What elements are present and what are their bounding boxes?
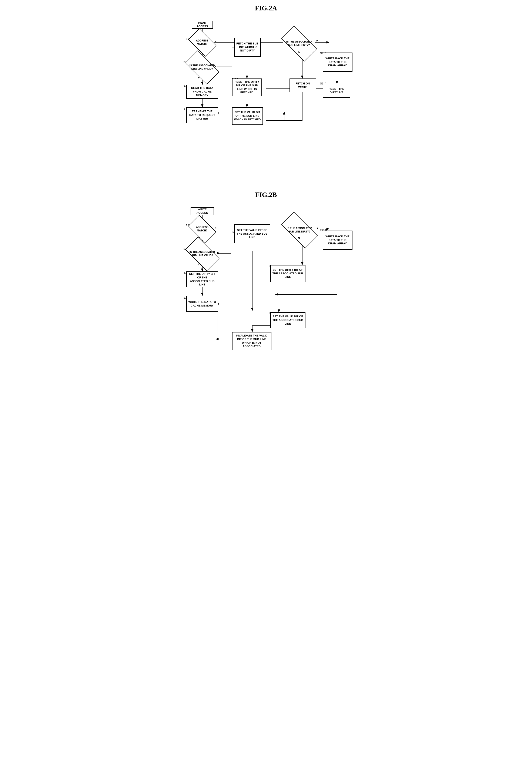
read-access-box: READ ACCESS — [192, 21, 213, 29]
s111-box: RESET THE DIRTY BIT — [323, 84, 350, 98]
s201-n-label: N — [215, 226, 217, 230]
s206-y-label: Y — [317, 226, 319, 230]
fig2b-title: FIG.2B — [175, 191, 358, 199]
s210-box: INVALIDATE THE VALID BIT OF THE SUB LINE… — [232, 332, 271, 350]
svg-marker-18 — [246, 76, 248, 78]
svg-marker-20 — [246, 104, 248, 107]
s102-diamond: IS THE ASSOCIATED SUB LINE VALID? — [187, 59, 217, 76]
svg-marker-37 — [201, 269, 203, 271]
s104-box: TRANSMIT THE DATA TO REQUEST MASTER — [186, 107, 218, 123]
svg-marker-39 — [201, 293, 203, 296]
svg-marker-52 — [275, 293, 278, 295]
s108-y-label: Y — [316, 40, 318, 43]
s102-y-label: Y — [198, 76, 200, 80]
svg-marker-11 — [327, 41, 329, 43]
write-access-box: WRITE ACCESS — [191, 207, 214, 215]
svg-marker-15 — [301, 76, 303, 78]
s109-box: FETCH ON WRITE — [290, 78, 316, 92]
s206-diamond: IS THE ASSOCIATED SUB LINE DIRTY? — [283, 222, 316, 239]
s206-n-label: N — [298, 237, 300, 240]
s105-box: FETCH THE SUB LINE WHICH IS NOT DIRTY — [234, 38, 261, 57]
fig2b-flowchart: WRITE ACCESS S201 ADDRESS MATCH? Y N S20… — [175, 203, 358, 369]
s103-box: READ THE DATA FROM CACHE MEMORY — [186, 85, 218, 99]
svg-marker-61 — [251, 329, 253, 332]
fig2a-flowchart: READ ACCESS S101 ADDRESS MATCH? Y N S102… — [175, 16, 358, 178]
s101-n-label: N — [215, 40, 217, 43]
s107-box: SET THE VALID BIT OF THE SUB LINE WHICH … — [232, 107, 263, 125]
s209-box: SET THE VALID BIT OF THE ASSOCIATED SUB … — [270, 312, 305, 328]
s203-box: SET THE DIRTY BIT OF THE ASSOCIATED SUB … — [186, 271, 218, 287]
s202-y-label: Y — [198, 263, 200, 266]
svg-marker-5 — [201, 82, 203, 85]
svg-marker-13 — [336, 81, 338, 84]
s108-diamond: IS THE ASSOCIATED SUB LINE DIRTY? — [283, 35, 315, 52]
s201-diamond: ADDRESS MATCH? — [191, 222, 214, 237]
s207-box: SET THE DIRTY BIT OF THE ASSOCIATED SUB … — [270, 265, 305, 282]
svg-marker-54 — [301, 262, 303, 265]
s106-box: RESET THE DIRTY BIT OF THE SUB LINE WHIC… — [232, 78, 262, 96]
s208-box: WRITE BACK THE DATA TO THE DRAM ARRAY — [323, 231, 352, 250]
svg-marker-49 — [327, 228, 329, 230]
svg-marker-29 — [283, 112, 285, 114]
svg-marker-58 — [278, 309, 280, 312]
s101-diamond: ADDRESS MATCH? — [191, 35, 214, 50]
svg-marker-7 — [201, 104, 203, 107]
svg-marker-47 — [251, 308, 253, 311]
svg-marker-63 — [216, 338, 218, 340]
s108-n-label: N — [298, 50, 300, 54]
s202-diamond: IS THE ASSOCIATED SUB LINE VALID? — [187, 245, 217, 262]
s110-box: WRITE BACK THE DATA TO THE DRAM ARRAY — [323, 53, 352, 72]
fig2a-title: FIG.2A — [175, 4, 358, 12]
s204-box: WRITE THE DATA TO CACHE MEMORY — [186, 296, 218, 312]
s205-box: SET THE VALID BIT OF THE ASSOCIATED SUB … — [234, 224, 270, 243]
s202-n-label: N — [217, 251, 219, 255]
